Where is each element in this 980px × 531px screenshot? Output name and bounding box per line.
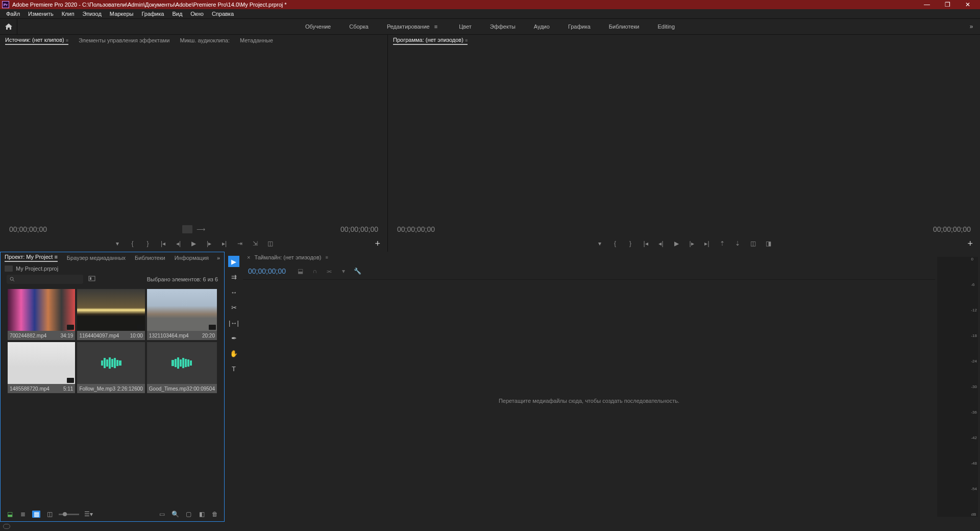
status-indicator-icon[interactable]: [3, 524, 10, 529]
menu-clip[interactable]: Клип: [58, 11, 79, 17]
clip-item[interactable]: Good_Times.mp32:00:09504: [147, 342, 217, 393]
workspace-graphics[interactable]: Графика: [568, 23, 591, 30]
clip-item[interactable]: 1321103464.mp420:20: [147, 289, 217, 340]
window-maximize-button[interactable]: ❐: [937, 1, 958, 8]
track-select-tool-icon[interactable]: ⇉: [228, 271, 239, 282]
comparison-view-icon[interactable]: ◨: [764, 239, 772, 248]
clear-icon[interactable]: 🗑: [211, 511, 219, 518]
timeline-close-icon[interactable]: ×: [247, 254, 250, 260]
clip-item[interactable]: 700244882.mp434:19: [8, 289, 75, 340]
menu-help[interactable]: Справка: [208, 11, 238, 17]
clip-item[interactable]: Follow_Me.mp32:26:12600: [77, 342, 144, 393]
menu-view[interactable]: Вид: [168, 11, 186, 17]
project-search-input[interactable]: [7, 275, 83, 284]
add-marker-icon[interactable]: ▾: [596, 239, 604, 248]
panel-menu-icon[interactable]: ≡: [66, 38, 68, 43]
project-tab[interactable]: Проект: My Project ≡: [5, 254, 58, 262]
play-icon[interactable]: ▶: [190, 239, 198, 248]
overwrite-icon[interactable]: ⇲: [251, 239, 259, 248]
workspace-audio[interactable]: Аудио: [534, 23, 550, 30]
clip-item[interactable]: 1485588720.mp45:11: [8, 342, 75, 393]
project-writable-icon[interactable]: ⬓: [6, 511, 14, 518]
libraries-tab[interactable]: Библиотеки: [135, 255, 165, 261]
selection-tool-icon[interactable]: ▶: [228, 256, 239, 267]
menu-markers[interactable]: Маркеры: [106, 11, 138, 17]
find-icon[interactable]: 🔍: [171, 511, 179, 518]
insert-sequence-icon[interactable]: ⬓: [296, 267, 305, 275]
hand-tool-icon[interactable]: ✋: [228, 348, 239, 359]
workspace-color[interactable]: Цвет: [459, 23, 472, 30]
panel-menu-icon[interactable]: ≡: [465, 38, 468, 43]
media-browser-tab[interactable]: Браузер медиаданных: [67, 255, 126, 261]
menu-window[interactable]: Окно: [186, 11, 208, 17]
source-monitor[interactable]: [0, 47, 387, 223]
source-fit-icon[interactable]: [182, 225, 192, 233]
info-tab[interactable]: Информация: [175, 255, 209, 261]
program-tab[interactable]: Программа: (нет эпизодов) ≡: [393, 37, 468, 45]
clip-item[interactable]: 1164404097.mp410:00: [77, 289, 144, 340]
workspace-menu-icon[interactable]: ≡: [431, 23, 440, 30]
button-editor-icon[interactable]: +: [375, 238, 380, 249]
export-frame-icon[interactable]: ◫: [749, 239, 757, 248]
window-close-button[interactable]: ✕: [958, 1, 978, 8]
extract-icon[interactable]: ⇣: [733, 239, 742, 248]
effect-controls-tab[interactable]: Элементы управления эффектами: [79, 37, 169, 44]
step-forward-icon[interactable]: |▸: [688, 239, 696, 248]
snap-icon[interactable]: ∩: [310, 267, 320, 275]
type-tool-icon[interactable]: T: [228, 363, 239, 374]
marker-icon[interactable]: ▾: [339, 267, 348, 275]
audio-clip-mixer-tab[interactable]: Микш. аудиоклипа:: [180, 37, 230, 44]
pen-tool-icon[interactable]: ✒: [228, 332, 239, 344]
workspace-effects[interactable]: Эффекты: [490, 23, 516, 30]
source-tab[interactable]: Источник: (нет клипов) ≡: [5, 37, 68, 45]
export-frame-icon[interactable]: ◫: [266, 239, 275, 248]
timeline-drop-area[interactable]: Перетащите медиафайлы сюда, чтобы создат…: [243, 279, 935, 522]
timeline-timecode[interactable]: 00;00;00;00: [248, 267, 286, 275]
linked-selection-icon[interactable]: ⫘: [325, 267, 334, 275]
panel-menu-icon[interactable]: ≡: [54, 254, 57, 260]
new-bin-icon[interactable]: ▢: [184, 511, 192, 518]
mark-in-icon[interactable]: {: [611, 239, 619, 248]
ripple-edit-tool-icon[interactable]: ↔: [228, 286, 239, 298]
slip-tool-icon[interactable]: |↔|: [228, 317, 239, 328]
menu-sequence[interactable]: Эпизод: [79, 11, 106, 17]
razor-tool-icon[interactable]: ✂: [228, 302, 239, 313]
add-marker-icon[interactable]: ▾: [113, 239, 121, 248]
timeline-tab[interactable]: Таймлайн: (нет эпизодов): [254, 254, 321, 260]
mark-out-icon[interactable]: }: [626, 239, 634, 248]
source-settings-icon[interactable]: ⟶: [197, 226, 205, 233]
go-to-in-icon[interactable]: |◂: [159, 239, 167, 248]
list-view-icon[interactable]: ≣: [19, 511, 27, 518]
play-icon[interactable]: ▶: [672, 239, 680, 248]
workspace-assembly[interactable]: Сборка: [349, 23, 369, 30]
audio-meter[interactable]: 0 -6 -12 -18 -24 -30 -36 -42 -48 -54 dB: [937, 257, 978, 517]
step-back-icon[interactable]: ◂|: [175, 239, 183, 248]
project-overflow-icon[interactable]: »: [217, 255, 220, 261]
program-monitor[interactable]: [388, 47, 980, 223]
menu-file[interactable]: Файл: [2, 11, 24, 17]
workspace-editing-ru[interactable]: Редактирование ≡: [387, 23, 440, 30]
menu-edit[interactable]: Изменить: [24, 11, 58, 17]
settings-icon[interactable]: 🔧: [353, 267, 362, 275]
icon-view-icon[interactable]: ▦: [32, 511, 40, 518]
thumbnail-zoom-slider[interactable]: [59, 514, 79, 515]
panel-menu-icon[interactable]: ≡: [326, 255, 328, 260]
workspace-libraries[interactable]: Библиотеки: [609, 23, 640, 30]
metadata-tab[interactable]: Метаданные: [240, 37, 273, 44]
new-item-icon[interactable]: ◧: [198, 511, 206, 518]
home-button[interactable]: [0, 19, 17, 34]
freeform-view-icon[interactable]: ◫: [45, 511, 54, 518]
mark-out-icon[interactable]: }: [144, 239, 152, 248]
window-minimize-button[interactable]: —: [917, 1, 937, 8]
sort-icon[interactable]: ☰▾: [84, 511, 92, 518]
filter-bin-icon[interactable]: [88, 276, 96, 283]
go-to-in-icon[interactable]: |◂: [642, 239, 650, 248]
workspace-editing-en[interactable]: Editing: [657, 23, 675, 30]
menu-graphics[interactable]: Графика: [137, 11, 168, 17]
automate-sequence-icon[interactable]: ▭: [158, 511, 166, 518]
workspace-learning[interactable]: Обучение: [305, 23, 331, 30]
step-forward-icon[interactable]: |▸: [205, 239, 213, 248]
project-breadcrumb[interactable]: My Project.prproj: [1, 263, 224, 274]
lift-icon[interactable]: ⇡: [718, 239, 726, 248]
go-to-out-icon[interactable]: ▸|: [220, 239, 229, 248]
